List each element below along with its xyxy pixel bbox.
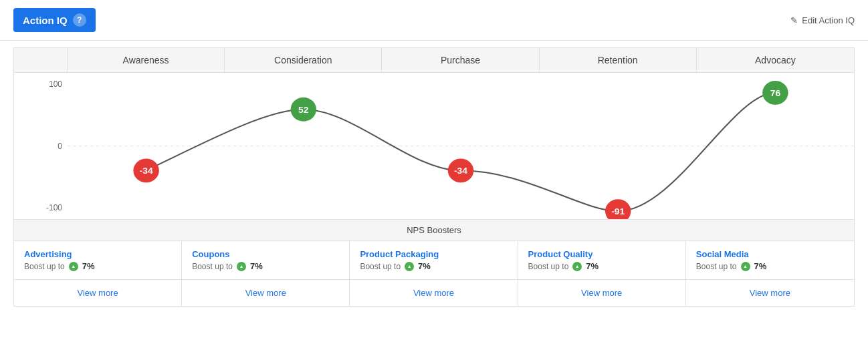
edit-label: Edit Action IQ [802, 15, 855, 25]
advertising-pct: 7% [82, 261, 95, 271]
svg-text:-34: -34 [140, 166, 154, 176]
nps-advertising-title: Advertising [24, 249, 171, 259]
nps-social-media-boost: Boost up to 7% [696, 261, 844, 271]
nps-item-advertising: Advertising Boost up to 7% [14, 241, 182, 279]
product-packaging-boost-label: Boost up to [360, 262, 401, 271]
nps-product-quality-title: Product Quality [528, 249, 675, 259]
stage-advocacy: Advocacy [697, 48, 854, 72]
y-axis-labels: 100 0 -100 [14, 73, 68, 219]
nps-item-coupons: Coupons Boost up to 7% [182, 241, 350, 279]
chart-svg-area: -34 52 -34 -91 76 [68, 73, 854, 219]
action-iq-button[interactable]: Action IQ ? [13, 8, 96, 32]
y-label-top: 100 [14, 79, 68, 89]
svg-text:76: 76 [770, 88, 780, 98]
nps-items: Advertising Boost up to 7% Coupons Boost… [14, 241, 854, 279]
product-packaging-pct: 7% [418, 261, 431, 271]
view-more-product-quality[interactable]: View more [518, 280, 686, 306]
nps-product-packaging-title: Product Packaging [360, 249, 507, 259]
chart-area: 100 0 -100 -34 52 [13, 73, 855, 220]
view-more-row: View more View more View more View more … [14, 279, 854, 306]
social-media-pct: 7% [754, 261, 767, 271]
coupons-pct: 7% [250, 261, 263, 271]
view-more-social-media[interactable]: View more [686, 280, 854, 306]
nps-item-social-media: Social Media Boost up to 7% [686, 241, 854, 279]
product-packaging-up-icon [405, 262, 414, 271]
stage-purchase: Purchase [382, 48, 539, 72]
nps-item-product-packaging: Product Packaging Boost up to 7% [350, 241, 518, 279]
action-iq-label: Action IQ [23, 15, 68, 26]
coupons-up-icon [237, 262, 246, 271]
advertising-boost-label: Boost up to [24, 262, 65, 271]
stages-header: Awareness Consideration Purchase Retenti… [13, 47, 855, 73]
stage-retention: Retention [540, 48, 697, 72]
chart-container: Awareness Consideration Purchase Retenti… [0, 47, 868, 307]
nps-section: NPS Boosters Advertising Boost up to 7% … [13, 220, 855, 307]
coupons-boost-label: Boost up to [192, 262, 233, 271]
header: Action IQ ? ✎ Edit Action IQ [0, 0, 868, 41]
edit-icon: ✎ [790, 15, 798, 25]
svg-text:-91: -91 [611, 206, 625, 216]
view-more-product-packaging[interactable]: View more [350, 280, 518, 306]
view-more-coupons[interactable]: View more [182, 280, 350, 306]
nps-item-product-quality: Product Quality Boost up to 7% [518, 241, 686, 279]
social-media-up-icon [741, 262, 750, 271]
svg-text:-34: -34 [454, 166, 468, 176]
product-quality-pct: 7% [586, 261, 599, 271]
nps-advertising-boost: Boost up to 7% [24, 261, 171, 271]
view-more-advertising[interactable]: View more [14, 280, 182, 306]
product-quality-boost-label: Boost up to [528, 262, 569, 271]
edit-action-iq-link[interactable]: ✎ Edit Action IQ [790, 15, 855, 25]
nps-social-media-title: Social Media [696, 249, 844, 259]
nps-coupons-title: Coupons [192, 249, 339, 259]
svg-text:52: 52 [298, 105, 308, 114]
stage-awareness: Awareness [68, 48, 225, 72]
product-quality-up-icon [572, 262, 582, 271]
help-icon[interactable]: ? [73, 13, 86, 27]
y-label-mid: 0 [14, 142, 68, 151]
y-label-bottom: -100 [14, 203, 68, 212]
nps-header: NPS Boosters [14, 220, 854, 241]
stage-consideration: Consideration [225, 48, 382, 72]
nps-product-quality-boost: Boost up to 7% [528, 261, 675, 271]
nps-product-packaging-boost: Boost up to 7% [360, 261, 507, 271]
social-media-boost-label: Boost up to [696, 262, 737, 271]
advertising-up-icon [69, 262, 78, 271]
y-axis-header [14, 48, 68, 72]
nps-coupons-boost: Boost up to 7% [192, 261, 339, 271]
